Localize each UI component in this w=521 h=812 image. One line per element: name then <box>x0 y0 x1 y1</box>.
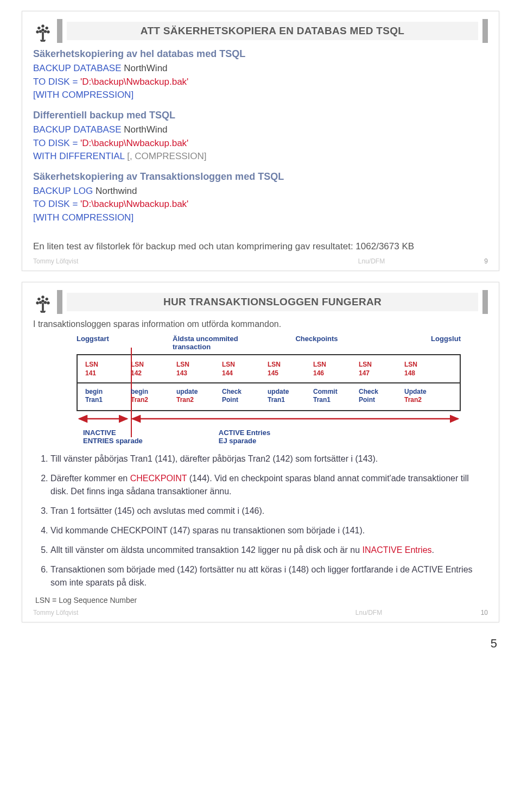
label-loggslut: Loggslut <box>365 335 461 351</box>
lsn-cell: LSN143 <box>176 361 212 377</box>
tree-logo-icon <box>33 19 53 43</box>
inactive-l2: ENTRIES sparade <box>83 437 143 445</box>
footer-slide-number: 9 <box>484 257 488 265</box>
svg-point-0 <box>41 24 44 27</box>
slide-footer: Tommy Löfqvist Lnu/DFM 9 <box>33 257 488 265</box>
lsn-cell: LSN146 <box>313 361 349 377</box>
code-str: 'D:\backup\Nwbackup.bak' <box>80 138 188 148</box>
section-heading: Säkerhetskopiering av hel databas med TS… <box>33 48 488 60</box>
label-loggstart: Loggstart <box>77 335 173 351</box>
result-text: En liten test av filstorlek för backup m… <box>33 240 488 254</box>
svg-point-13 <box>47 302 49 305</box>
lsn-cell: LSN147 <box>359 361 395 377</box>
step-2: Därefter kommer en CHECKPOINT (144). Vid… <box>50 472 475 498</box>
slide-title: HUR TRANSAKTIONSLOGGEN FUNGERAR <box>67 293 478 311</box>
code-kw: BACKUP LOG <box>33 186 96 196</box>
code-opt: [WITH COMPRESSION] <box>33 211 488 225</box>
s2-checkpoint: CHECKPOINT <box>130 474 187 483</box>
code-kw: TO DISK = <box>33 77 80 87</box>
label-checkpoints: Checkpoints <box>269 335 365 351</box>
code-block: BACKUP LOG Northwind TO DISK = 'D:\backu… <box>33 185 488 225</box>
intro-text: I transaktionsloggen sparas information … <box>33 319 488 329</box>
step-4: Vid kommande CHECKPOINT (147) sparas nu … <box>50 524 475 537</box>
lsn-cell: LSN141 <box>85 361 121 377</box>
lsn-cell: LSN145 <box>268 361 303 377</box>
svg-point-6 <box>44 30 47 33</box>
svg-point-9 <box>41 296 44 299</box>
active-l2: EJ sparade <box>219 437 270 445</box>
svg-point-1 <box>37 27 40 29</box>
svg-point-15 <box>44 301 47 304</box>
svg-point-10 <box>37 298 40 300</box>
svg-rect-8 <box>42 32 44 40</box>
code-kw: TO DISK = <box>33 138 80 148</box>
footer-author: Tommy Löfqvist <box>33 609 257 616</box>
slide-title-bar: HUR TRANSAKTIONSLOGGEN FUNGERAR <box>33 290 488 314</box>
op-cell: CheckPoint <box>222 388 258 405</box>
step-1: Till vänster påbörjas Tran1 (141), däref… <box>50 452 475 465</box>
code-str: 'D:\backup\Nwbackup.bak' <box>80 199 188 209</box>
slide-10: HUR TRANSAKTIONSLOGGEN FUNGERAR I transa… <box>22 282 499 622</box>
svg-point-7 <box>41 29 44 32</box>
slide-footer: Tommy Löfqvist Lnu/DFM 10 <box>33 609 488 616</box>
code-opt: [WITH COMPRESSION] <box>33 89 488 102</box>
svg-point-16 <box>41 300 44 303</box>
lsn-cell: LSN144 <box>222 361 258 377</box>
code-ident: Northwind <box>96 186 137 196</box>
svg-point-3 <box>36 30 39 33</box>
slide-title-bar: ATT SÄKERHETSKOPIERA EN DATABAS MED TSQL <box>33 19 488 43</box>
section-heading: Säkerhetskopiering av Transaktionsloggen… <box>33 171 488 182</box>
tree-logo-icon <box>33 290 53 314</box>
title-side-bar <box>57 290 62 314</box>
op-cell: UpdateTran2 <box>404 388 440 405</box>
step-3: Tran 1 fortsätter (145) och avslutas med… <box>50 505 475 518</box>
s5-suffix: . <box>432 545 434 555</box>
log-diagram: LSN141LSN142LSN143LSN144LSN145LSN146LSN1… <box>77 354 461 411</box>
svg-point-11 <box>46 298 48 300</box>
svg-point-5 <box>39 30 42 33</box>
step-6: Transaktionen som började med (142) fort… <box>50 563 475 589</box>
footer-center: Lnu/DFM <box>257 609 480 616</box>
lsn-cell: LSN148 <box>404 361 440 377</box>
s2-prefix: Därefter kommer en <box>50 474 130 483</box>
code-opt: [, COMPRESSION] <box>127 151 206 161</box>
operation-row: beginTran1beginTran2updateTran2CheckPoin… <box>78 387 460 406</box>
title-side-bar <box>482 19 488 43</box>
op-cell: beginTran1 <box>85 388 121 405</box>
section-heading: Differentiell backup med TSQL <box>33 110 488 121</box>
title-side-bar <box>57 19 62 43</box>
code-ident: NorthWind <box>124 63 167 73</box>
svg-point-12 <box>36 302 39 305</box>
lsn-row: LSN141LSN142LSN143LSN144LSN145LSN146LSN1… <box>78 360 460 379</box>
steps-list: Till vänster påbörjas Tran1 (141), däref… <box>50 452 475 589</box>
log-divider <box>78 382 460 383</box>
svg-point-14 <box>39 301 42 304</box>
code-kw: WITH DIFFERENTIAL <box>33 151 127 161</box>
op-cell: beginTran2 <box>131 388 167 405</box>
footer-center: Lnu/DFM <box>259 257 485 265</box>
slide-9: ATT SÄKERHETSKOPIERA EN DATABAS MED TSQL… <box>22 11 499 271</box>
op-cell: updateTran2 <box>176 388 212 405</box>
footer-author: Tommy Löfqvist <box>33 257 259 265</box>
code-str: 'D:\backup\Nwbackup.bak' <box>80 77 188 87</box>
page-number: 5 <box>491 637 497 651</box>
diagram-top-labels: Loggstart Äldsta uncommited transaction … <box>77 335 461 351</box>
op-cell: updateTran1 <box>268 388 303 405</box>
s5-prefix: Allt till vänster om äldsta uncommited t… <box>50 545 363 555</box>
svg-point-2 <box>46 27 48 29</box>
footer-slide-number: 10 <box>481 609 488 616</box>
code-kw: BACKUP DATABASE <box>33 124 124 135</box>
svg-rect-17 <box>42 303 44 311</box>
code-block: BACKUP DATABASE NorthWind TO DISK = 'D:\… <box>33 123 488 163</box>
code-kw: BACKUP DATABASE <box>33 63 124 73</box>
code-ident: NorthWind <box>124 124 167 135</box>
svg-point-4 <box>47 30 49 33</box>
lsn-note: LSN = Log Sequence Number <box>35 596 488 605</box>
step-5: Allt till vänster om äldsta uncommited t… <box>50 544 475 557</box>
lsn-cell: LSN142 <box>131 361 167 377</box>
label-aldsta: Äldsta uncommited transaction <box>173 335 269 351</box>
diagram-arrows <box>77 412 461 425</box>
op-cell: CommitTran1 <box>313 388 349 405</box>
slide-title: ATT SÄKERHETSKOPIERA EN DATABAS MED TSQL <box>67 22 478 40</box>
s5-inactive: INACTIVE Entries <box>363 545 432 555</box>
